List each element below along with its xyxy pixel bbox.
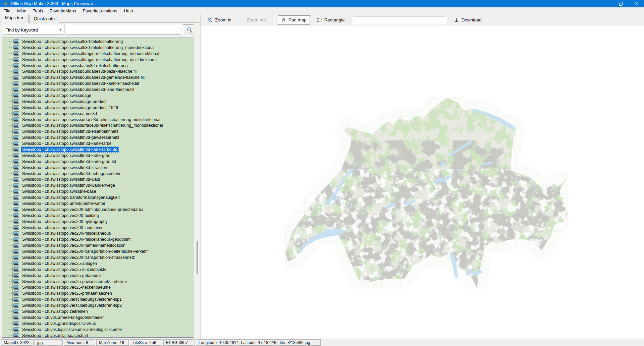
tree-item-label: Swisstopo - ch.vbs.grunddispositiv-zeus [21,321,97,327]
tree-item-label: Swisstopo - ch.swisstopo.vec25-primaerfl… [21,290,113,296]
tree-scrollbar[interactable] [194,14,200,338]
tree-item-label: Swisstopo - ch.swisstopo.swisstlm3d-stra… [21,165,108,171]
tree-item[interactable]: Swisstopo - ch.swisstopo.swissimage-prod… [2,99,199,105]
statusbar-filler [322,339,643,346]
tree-item[interactable]: Swisstopo - ch.swisstopo.vec25-primaerfl… [2,290,199,296]
tab[interactable]: Quick goto [30,15,59,23]
tree-item[interactable]: Swisstopo - ch.swisstopo.vec25-anlagen [2,261,199,267]
tree-item[interactable]: Swisstopo - ch.vbs.logistikraeume-armeel… [2,327,199,333]
tree-item[interactable]: Swisstopo - ch.swisstopo.vec25-einzelobj… [2,267,199,273]
tree-item[interactable]: Swisstopo - ch.swisstopo.swisstlm3d-gewa… [2,134,199,140]
menu-item[interactable]: File [0,8,14,14]
tree-item-label: Swisstopo - ch.swisstopo.swissboundaries… [21,68,139,74]
tree-item[interactable]: Swisstopo - ch.swisstopo.swisstlm3d-kart… [2,140,199,147]
tree-item[interactable]: Swisstopo - ch.swisstopo.swissalti3d-rel… [2,39,199,45]
tree-item[interactable]: Swisstopo - ch.vbs.armee-kriegsdenkmaele… [2,314,199,321]
menu-item[interactable]: FavoriteLocations [79,8,121,14]
menu-item[interactable]: Tools [30,8,46,14]
rectangle-select-icon [317,17,322,22]
map-layer-icon [13,237,19,242]
zoom-out-label: Zoom out [247,17,266,22]
tree-item[interactable]: Swisstopo - ch.swisstopo.vec25-gewaesser… [2,279,199,285]
tree-item-label: Swisstopo - ch.swisstopo.vec25-anlagen [21,261,98,267]
tree-item[interactable]: Swisstopo - ch.swisstopo.swisstlm3d-wald [2,176,199,182]
tree-item-label: Swisstopo - ch.swisstopo.zeitreihen [21,308,89,314]
tree-item[interactable]: Swisstopo - ch.swisstopo.swissaltiregio-… [2,57,199,63]
tree-item[interactable]: Swisstopo - ch.swisstopo.swissboundaries… [2,86,199,93]
tree-item[interactable]: Swisstopo - ch.vbs.milairspacechart [2,333,199,338]
map-layer-icon [13,93,19,98]
tree-item[interactable]: Swisstopo - ch.swisstopo.swisssurface3d-… [2,122,199,128]
tree-item[interactable]: Swisstopo - ch.swisstopo.verschiebungsve… [2,302,199,308]
map-layer-icon [13,213,19,218]
tree-item[interactable]: Swisstopo - ch.swisstopo.swisstlm3d-kart… [2,153,199,159]
tree-item[interactable]: Swisstopo - ch.swisstopo.swissimage-prod… [2,105,199,111]
tree-item[interactable]: Swisstopo - ch.swisstopo.swissnames3d [2,111,199,117]
tree-item[interactable]: Swisstopo - ch.swisstopo.swissboundaries… [2,68,199,74]
map-layer-icon [13,267,19,272]
tree-item[interactable]: Swisstopo - ch.swisstopo.vec200-transpor… [2,248,199,254]
tree-item[interactable]: Swisstopo - ch.swisstopo.swissboundaries… [2,74,199,80]
pan-map-button[interactable]: Pan map [278,15,310,25]
tree-item-label: Swisstopo - ch.swisstopo.vec200-building [21,213,100,219]
map-layer-icon [13,147,19,152]
tree-item[interactable]: Swisstopo - ch.swisstopo.swissbathy3d-re… [2,63,199,69]
map-layer-icon [13,285,19,290]
tree-item[interactable]: Swisstopo - ch.swisstopo.swissboundaries… [2,80,199,86]
tree-item[interactable]: Swisstopo - ch.swisstopo.vec200-miscella… [2,231,199,237]
tree-item-label: Swisstopo - ch.swisstopo.swisstlm3d-wald [21,176,101,182]
tree-item[interactable]: Swisstopo - ch.swisstopo.swissalti3d-rel… [2,45,199,51]
status-segment: MapsID: 3922 [1,339,34,346]
tree-item-label: Swisstopo - ch.swisstopo.vec200-hydrogra… [21,219,109,225]
map-layer-icon [13,57,19,62]
tree-item[interactable]: Swisstopo - ch.swisstopo.swissaltiregio-… [2,51,199,57]
menu-item[interactable]: FavoriteMaps [46,8,79,14]
tree-item[interactable]: Swisstopo - ch.swisstopo.vec200-building [2,213,199,219]
tree-item[interactable]: Swisstopo - ch.swisstopo.swisstlm3d-eise… [2,128,199,134]
map-canvas[interactable] [201,26,644,339]
tree-item[interactable]: Swisstopo - ch.swisstopo.swisstlm3d-kart… [2,147,199,153]
tree-item[interactable]: Swisstopo - ch.swisstopo.vec200-transpor… [2,254,199,261]
tree-item[interactable]: Swisstopo - ch.swisstopo.vec200-names-na… [2,242,199,248]
tree-item[interactable]: Swisstopo - ch.swisstopo.swisstne-base [2,188,199,194]
tree-item[interactable]: Swisstopo - ch.swisstopo.vec200-adminbou… [2,207,199,213]
tree-item[interactable]: Swisstopo - ch.swisstopo.swisstlm3d-kart… [2,159,199,165]
tree-item[interactable]: Swisstopo - ch.swisstopo.swisstlm3d-uebr… [2,171,199,177]
maps-panel: Maps treeQuick goto Find by Keyword ▼ Sw… [0,14,201,339]
rectangle-label: Rectangle [324,17,345,22]
restore-icon [619,2,623,6]
menu-item[interactable]: Misc [14,8,30,14]
tree-item[interactable]: Swisstopo - ch.swisstopo.vec200-miscella… [2,236,199,242]
tree-item[interactable]: Swisstopo - ch.swisstopo.swissimage [2,93,199,99]
tree-item[interactable]: Swisstopo - ch.swisstopo.vec25-heckenbae… [2,285,199,291]
map-toolbar-input[interactable] [353,16,446,24]
tree-item-label: Swisstopo - ch.swisstopo.swissimage-prod… [21,105,119,111]
status-segment: TileSize: 256 [130,339,162,346]
tree-item[interactable]: Swisstopo - ch.swisstopo.swisstlm3d-wand… [2,182,199,188]
download-button[interactable]: Download [451,15,485,24]
tree-item[interactable]: Swisstopo - ch.swisstopo.verschiebungsve… [2,296,199,302]
rectangle-button[interactable]: Rectangle [313,15,348,24]
zoom-out-button[interactable]: Zoom out [244,15,269,24]
tree-item[interactable]: Swisstopo - ch.swisstopo.transformations… [2,194,199,200]
tree-item[interactable]: Swisstopo - ch.swisstopo.vec25-gebaeude [2,273,199,279]
restore-button[interactable] [613,0,629,7]
tree-item[interactable]: Swisstopo - ch.vbs.grunddispositiv-zeus [2,321,199,327]
tree-item[interactable]: Swisstopo - ch.swisstopo.vec200-hydrogra… [2,219,199,225]
tree-item[interactable]: Swisstopo - ch.swisstopo.swisstlm3d-stra… [2,165,199,171]
tree-scrollbar-thumb[interactable] [197,241,198,274]
tree-item-label: Swisstopo - ch.swisstopo.swissalti3d-rel… [21,45,156,51]
zoom-in-button[interactable]: Zoom in [204,15,235,25]
tab[interactable]: Maps tree [1,14,29,23]
tree-item[interactable]: Swisstopo - ch.swisstopo.zeitreihen [2,308,199,314]
pan-map-label: Pan map [288,17,307,22]
close-button[interactable] [629,0,644,7]
tree-item[interactable]: Swisstopo - ch.swisstopo.vec200-landcove… [2,225,199,231]
menu-item[interactable]: Help [120,8,136,14]
tree-item-label: Swisstopo - ch.swisstopo.swisstlm3d-uebr… [21,171,122,177]
find-mode-select[interactable]: Find by Keyword ▼ [3,25,64,35]
minimize-button[interactable] [598,0,613,7]
tree-item[interactable]: Swisstopo - ch.swisstopo.unterkuenfte-wi… [2,200,199,207]
tree-item[interactable]: Swisstopo - ch.swisstopo.swisssurface3d-… [2,117,199,123]
search-input[interactable] [66,25,181,35]
